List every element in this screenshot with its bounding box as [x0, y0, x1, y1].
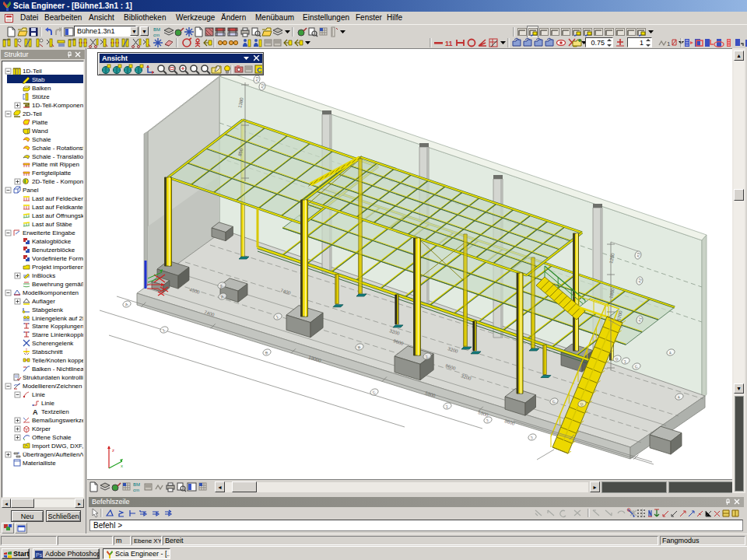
svg-text:Import DWG, DXF, V: Import DWG, DXF, V — [32, 443, 83, 450]
svg-text:Last auf Öffnungska: Last auf Öffnungska — [32, 212, 83, 219]
svg-text:Vordefinierte Former: Vordefinierte Former — [32, 255, 83, 262]
svg-text:Stabschnitt: Stabschnitt — [32, 348, 63, 355]
svg-text:Materialliste: Materialliste — [23, 460, 56, 467]
svg-text:1D-Teil-Komponente: 1D-Teil-Komponente — [32, 102, 83, 109]
svg-text:Scherengelenk: Scherengelenk — [32, 340, 74, 347]
svg-text:Balken: Balken — [32, 85, 51, 92]
svg-text:Panel: Panel — [23, 187, 39, 194]
svg-text:Bewehrung gemäß V: Bewehrung gemäß V — [32, 281, 83, 288]
svg-text:2D-Teil: 2D-Teil — [23, 110, 42, 117]
svg-text:Schale - Rotationsflä: Schale - Rotationsflä — [32, 145, 83, 152]
svg-text:Benutzerblöcke: Benutzerblöcke — [32, 247, 75, 254]
svg-text:Übertragen/Aufteilen/Ve: Übertragen/Aufteilen/Ve — [23, 451, 83, 458]
svg-text:Offene Schale: Offene Schale — [32, 434, 72, 441]
svg-text:1D-Teil: 1D-Teil — [23, 68, 42, 75]
svg-text:x: x — [121, 464, 123, 468]
svg-text:Last auf Feldkanten: Last auf Feldkanten — [32, 204, 83, 211]
svg-text:Liniengelenk auf 2D: Liniengelenk auf 2D — [32, 315, 83, 322]
svg-text:Platte: Platte — [32, 119, 48, 126]
svg-text:Stabgelenk: Stabgelenk — [32, 306, 64, 313]
svg-text:Körper: Körper — [32, 425, 51, 432]
svg-text:Katalogblöcke: Katalogblöcke — [32, 238, 72, 245]
svg-text:Linie: Linie — [41, 400, 54, 407]
svg-text:Bemaßungswerkzeu: Bemaßungswerkzeu — [32, 417, 83, 424]
svg-text:Modellkomponenten: Modellkomponenten — [23, 289, 79, 296]
svg-text:2D-Teile - Komponen: 2D-Teile - Komponen — [32, 178, 83, 185]
svg-text:Ps: Ps — [36, 552, 43, 558]
svg-text:Last auf Stäbe: Last auf Stäbe — [32, 221, 72, 228]
svg-text:Textzeilen: Textzeilen — [41, 408, 69, 415]
svg-text:A: A — [33, 408, 38, 416]
svg-text:Modellieren/Zeichnen: Modellieren/Zeichnen — [23, 383, 82, 390]
svg-text:Strukturdaten kontrollie: Strukturdaten kontrollie — [23, 374, 83, 381]
svg-text:Last auf Feldecken: Last auf Feldecken — [32, 195, 83, 202]
svg-text:Stab: Stab — [32, 76, 45, 83]
svg-text:Erweiterte Eingabe: Erweiterte Eingabe — [23, 229, 75, 236]
svg-text:z: z — [112, 448, 114, 453]
svg-text:Stütze: Stütze — [32, 93, 50, 100]
svg-text:Fertigteilplatte: Fertigteilplatte — [32, 170, 72, 177]
svg-text:Starre Linienkopplun: Starre Linienkopplun — [32, 331, 83, 338]
svg-text:Schale - Translation: Schale - Translation — [32, 153, 83, 160]
svg-text:Projekt importieren: Projekt importieren — [32, 264, 83, 271]
svg-text:Balken - Nichtlineari: Balken - Nichtlineari — [32, 366, 83, 373]
svg-text:Auflager: Auflager — [32, 298, 55, 305]
svg-text:Wand: Wand — [32, 128, 48, 135]
svg-text:Teile/Knoten koppel: Teile/Knoten koppel — [32, 357, 83, 364]
svg-text:Platte mit Rippen: Platte mit Rippen — [32, 161, 79, 168]
svg-text:Schale: Schale — [32, 136, 51, 143]
svg-text:Starre Kopplungen: Starre Kopplungen — [32, 323, 83, 330]
svg-text:Linie: Linie — [32, 391, 45, 398]
svg-text:InBlocks: InBlocks — [32, 272, 55, 279]
